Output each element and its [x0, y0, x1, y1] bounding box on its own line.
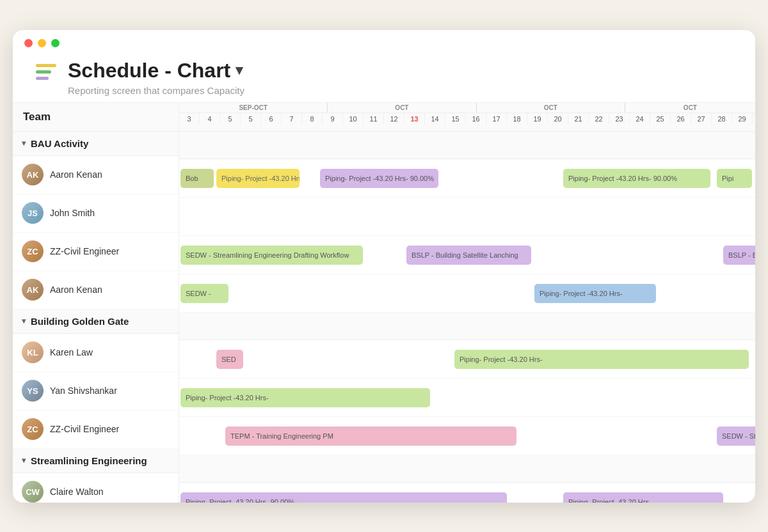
- avatar: ZC: [22, 418, 44, 440]
- gantt-bar[interactable]: Bob: [180, 169, 214, 188]
- day-7: 7: [282, 113, 302, 125]
- team-list: ▾ BAU Activity AK Aaron Kenan JS John Sm…: [13, 132, 179, 503]
- maximize-button[interactable]: [51, 39, 60, 47]
- gantt-row-aaron1: Bob Piping- Project -43.20 Hrs- Piping- …: [179, 159, 755, 198]
- day-4: 4: [200, 113, 220, 125]
- gantt-bar[interactable]: Piping- Project -43.20 Hrs- 90.00%: [563, 169, 710, 188]
- gantt-bar[interactable]: Piping- Project -43.20 Hrs-: [180, 388, 430, 407]
- gantt-bar[interactable]: Piping- Project -43.20 Hrs-: [216, 169, 300, 188]
- page-header: Schedule - Chart ▾ Reporting screen that…: [13, 47, 755, 102]
- gantt-bar[interactable]: SEDW - St: [717, 426, 755, 446]
- day-29: 29: [732, 113, 753, 125]
- gantt-bar[interactable]: TEPM - Training Engineering PM: [225, 426, 516, 446]
- chart-container: Team SEP-OCT OCT OCT OCT: [13, 102, 755, 503]
- page-subtitle: Reporting screen that compares Capacity: [68, 85, 244, 96]
- list-item: KL Karen Law: [13, 334, 179, 372]
- day-15: 15: [445, 113, 466, 125]
- app-window: Schedule - Chart ▾ Reporting screen that…: [13, 30, 755, 503]
- list-item: AK Aaron Kenan: [13, 156, 179, 194]
- list-item: ZC ZZ-Civil Engineer: [13, 233, 179, 271]
- team-column-header: Team: [13, 103, 179, 131]
- day-13: 13: [404, 113, 425, 125]
- minimize-button[interactable]: [38, 39, 46, 47]
- gantt-bar[interactable]: SED: [216, 350, 243, 369]
- list-item: JS John Smith: [13, 194, 179, 233]
- list-item: YS Yan Shivshankar: [13, 372, 179, 411]
- day-16: 16: [466, 113, 486, 125]
- title-dropdown-arrow[interactable]: ▾: [236, 62, 243, 79]
- month-label-sepoct: SEP-OCT: [179, 103, 327, 113]
- day-11: 11: [364, 113, 384, 125]
- day-8: 8: [302, 113, 323, 125]
- member-name: Aaron Kenan: [50, 169, 102, 180]
- group-name-bau: BAU Activity: [31, 138, 88, 149]
- close-button[interactable]: [24, 39, 33, 47]
- gantt-bar[interactable]: BSLP - Building Satellite: [723, 246, 755, 265]
- page-title: Schedule - Chart ▾: [68, 59, 244, 82]
- list-item: AK Aaron Kenan: [13, 271, 179, 309]
- avatar: AK: [22, 279, 44, 301]
- titlebar: [13, 30, 755, 47]
- gantt-row-john: [179, 198, 755, 236]
- gantt-group-header-golden: [179, 313, 755, 340]
- header-icon: [36, 64, 56, 80]
- day-28: 28: [712, 113, 732, 125]
- group-header-golden[interactable]: ▾ Building Golden Gate: [13, 309, 179, 334]
- month-label-oct1: OCT: [328, 103, 476, 113]
- gantt-group-header-bau: [179, 132, 755, 159]
- member-name: Yan Shivshankar: [50, 386, 117, 396]
- day-17: 17: [486, 113, 507, 125]
- gantt-bar[interactable]: BSLP - Building Satellite Lanching: [406, 246, 531, 265]
- month-label-oct2: OCT: [477, 103, 625, 113]
- member-name: John Smith: [50, 208, 95, 218]
- day-27: 27: [691, 113, 712, 125]
- member-name: Claire Walton: [50, 487, 104, 497]
- day-12: 12: [384, 113, 404, 125]
- day-25: 25: [650, 113, 671, 125]
- chevron-bau: ▾: [22, 139, 26, 148]
- group-header-streamlining[interactable]: ▾ Streamlining Engineering: [13, 449, 179, 473]
- gantt-row-yan: Piping- Project -43.20 Hrs-: [179, 379, 755, 417]
- day-26: 26: [671, 113, 691, 125]
- member-name: ZZ-Civil Engineer: [50, 246, 119, 256]
- day-19: 19: [527, 113, 548, 125]
- dates-header: SEP-OCT OCT OCT OCT 3 4 5: [179, 103, 755, 131]
- gantt-row-zzcivil1: SEDW - Streamlining Engineering Drafting…: [179, 236, 755, 274]
- group-name-streamlining: Streamlining Engineering: [31, 455, 147, 466]
- avatar: ZC: [22, 240, 44, 262]
- avatar: CW: [22, 481, 44, 503]
- member-name: ZZ-Civil Engineer: [50, 424, 119, 434]
- member-name: Karen Law: [50, 347, 93, 357]
- gantt-row-claire: Piping- Project -43.20 Hrs- 90.00% Pipin…: [179, 483, 755, 503]
- avatar: AK: [22, 164, 44, 185]
- list-item: ZC ZZ-Civil Engineer: [13, 411, 179, 449]
- avatar: KL: [22, 341, 44, 363]
- day-23: 23: [609, 113, 630, 125]
- chevron-golden: ▾: [22, 317, 26, 325]
- day-30: 30: [753, 113, 755, 125]
- avatar: YS: [22, 380, 44, 402]
- group-header-bau[interactable]: ▾ BAU Activity: [13, 132, 179, 156]
- gantt-bar[interactable]: SEDW -: [180, 284, 228, 303]
- day-18: 18: [507, 113, 527, 125]
- day-10: 10: [343, 113, 364, 125]
- icon-bar-green: [36, 70, 51, 74]
- gantt-area: Bob Piping- Project -43.20 Hrs- Piping- …: [179, 132, 755, 503]
- header-text: Schedule - Chart ▾ Reporting screen that…: [68, 59, 244, 96]
- gantt-bar[interactable]: Pipi: [717, 169, 752, 188]
- day-24: 24: [630, 113, 650, 125]
- day-20: 20: [548, 113, 568, 125]
- chevron-streamlining: ▾: [22, 456, 26, 465]
- icon-bar-purple: [36, 77, 49, 80]
- gantt-bar[interactable]: Piping- Project -43.20 Hrs- 90.00%: [320, 169, 438, 188]
- gantt-bar[interactable]: Piping- Project -43.20 Hrs-: [454, 350, 749, 369]
- gantt-row-aaron2: SEDW - Piping- Project -43.20 Hrs-: [179, 274, 755, 313]
- gantt-bar[interactable]: Piping- Project -43.20 Hrs- 90.00%: [180, 492, 507, 503]
- icon-bar-yellow: [36, 64, 56, 67]
- day-22: 22: [589, 113, 609, 125]
- gantt-bar[interactable]: SEDW - Streamlining Engineering Drafting…: [180, 246, 363, 265]
- day-5a: 5: [220, 113, 241, 125]
- gantt-bar[interactable]: Piping- Project -43.20 Hrs-: [534, 284, 656, 303]
- month-label-oct3: OCT: [625, 103, 755, 113]
- gantt-bar[interactable]: Piping- Project -43.20 Hrs-: [563, 492, 723, 503]
